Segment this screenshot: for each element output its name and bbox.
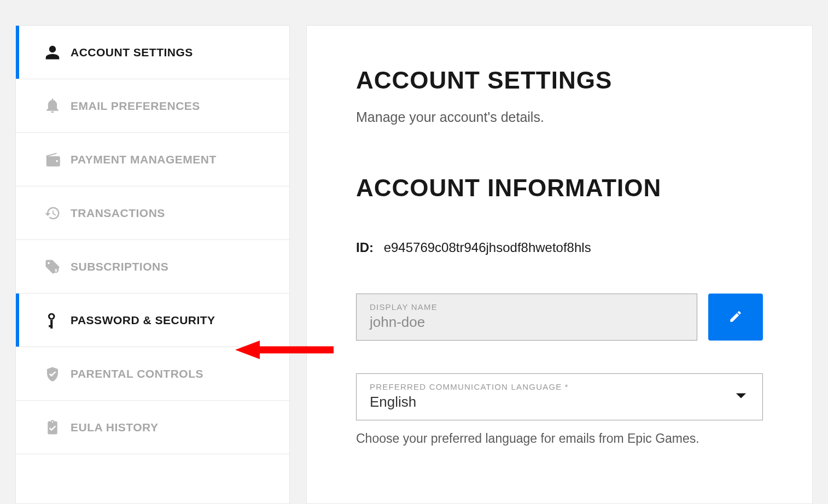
- sidebar-item-label: EULA HISTORY: [71, 421, 158, 434]
- sidebar-item-email-preferences[interactable]: EMAIL PREFERENCES: [16, 79, 289, 133]
- language-helper-text: Choose your preferred language for email…: [356, 431, 763, 446]
- account-id-row: ID: e945769c08tr946jhsodf8hwetof8hls: [356, 240, 763, 255]
- bell-icon: [43, 97, 62, 115]
- tag-icon: $: [43, 257, 62, 276]
- person-icon: [43, 43, 62, 62]
- page-subtitle: Manage your account's details.: [356, 109, 763, 125]
- main-content: ACCOUNT SETTINGS Manage your account's d…: [306, 25, 813, 504]
- edit-display-name-button[interactable]: [708, 294, 763, 341]
- history-icon: [43, 204, 62, 222]
- shield-check-icon: [43, 365, 62, 383]
- chevron-down-icon: [735, 392, 747, 402]
- sidebar-item-label: SUBSCRIPTIONS: [71, 260, 168, 273]
- display-name-value: john-doe: [370, 314, 684, 331]
- sidebar-item-label: TRANSACTIONS: [71, 207, 165, 220]
- language-label: PREFERRED COMMUNICATION LANGUAGE *: [370, 382, 749, 391]
- sidebar-item-account-settings[interactable]: ACCOUNT SETTINGS: [16, 26, 289, 79]
- sidebar-item-payment-management[interactable]: PAYMENT MANAGEMENT: [16, 133, 289, 186]
- display-name-field: DISPLAY NAME john-doe: [356, 294, 697, 341]
- sidebar-item-password-security[interactable]: PASSWORD & SECURITY: [16, 294, 289, 347]
- sidebar-item-label: PAYMENT MANAGEMENT: [71, 153, 217, 166]
- clipboard-check-icon: [43, 418, 62, 437]
- sidebar-item-transactions[interactable]: TRANSACTIONS: [16, 186, 289, 240]
- id-label: ID:: [356, 240, 374, 255]
- display-name-row: DISPLAY NAME john-doe: [356, 294, 763, 341]
- sidebar: ACCOUNT SETTINGS EMAIL PREFERENCES PAYME…: [15, 25, 290, 504]
- wallet-icon: [43, 150, 62, 169]
- key-icon: [43, 311, 62, 330]
- sidebar-item-parental-controls[interactable]: PARENTAL CONTROLS: [16, 347, 289, 401]
- sidebar-item-eula-history[interactable]: EULA HISTORY: [16, 401, 289, 454]
- page-title: ACCOUNT SETTINGS: [356, 67, 763, 94]
- sidebar-item-label: PASSWORD & SECURITY: [71, 314, 215, 327]
- sidebar-item-label: ACCOUNT SETTINGS: [71, 46, 193, 59]
- sidebar-item-label: EMAIL PREFERENCES: [71, 99, 200, 113]
- id-value: e945769c08tr946jhsodf8hwetof8hls: [384, 240, 591, 255]
- language-select[interactable]: PREFERRED COMMUNICATION LANGUAGE * Engli…: [356, 373, 763, 420]
- pencil-icon: [728, 309, 743, 325]
- display-name-label: DISPLAY NAME: [370, 302, 684, 312]
- sidebar-item-label: PARENTAL CONTROLS: [71, 367, 203, 380]
- section-title: ACCOUNT INFORMATION: [356, 174, 763, 202]
- language-value: English: [370, 394, 749, 411]
- sidebar-item-subscriptions[interactable]: $ SUBSCRIPTIONS: [16, 240, 289, 294]
